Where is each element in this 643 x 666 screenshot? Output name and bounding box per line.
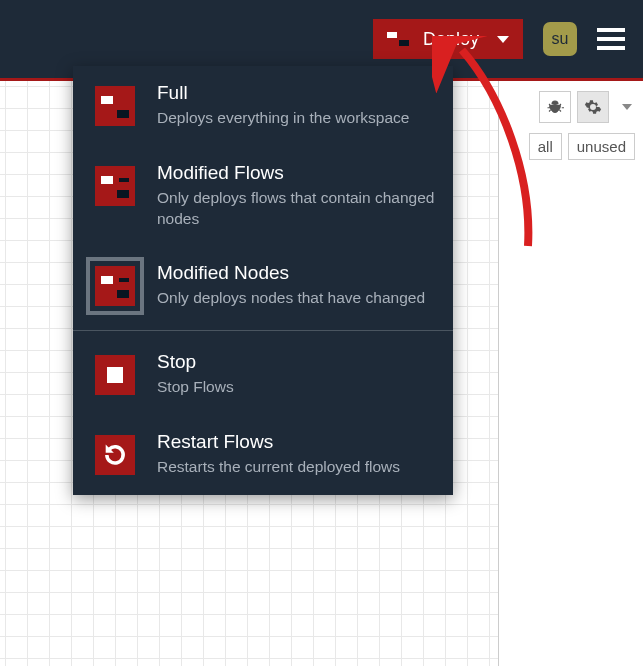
- filter-row: all unused: [507, 133, 635, 160]
- menu-icon[interactable]: [597, 28, 625, 50]
- menu-separator: [73, 330, 453, 331]
- menu-desc: Stop Flows: [157, 377, 435, 398]
- avatar-text: su: [552, 30, 569, 48]
- deploy-action-restart[interactable]: Restart Flows Restarts the current deplo…: [73, 415, 453, 495]
- panel-toolbar: [507, 91, 635, 123]
- deploy-icon: [387, 32, 409, 46]
- menu-title: Restart Flows: [157, 431, 435, 453]
- menu-title: Full: [157, 82, 435, 104]
- deploy-button[interactable]: Deploy: [373, 19, 523, 59]
- filter-all[interactable]: all: [529, 133, 562, 160]
- menu-title: Stop: [157, 351, 435, 373]
- full-deploy-icon: [95, 86, 135, 126]
- filter-unused[interactable]: unused: [568, 133, 635, 160]
- modified-nodes-icon: [95, 266, 135, 306]
- right-panel: all unused: [498, 81, 643, 666]
- modified-flows-icon: [95, 166, 135, 206]
- panel-chevron-down-icon[interactable]: [615, 91, 635, 123]
- deploy-option-modified-nodes[interactable]: Modified Nodes Only deploys nodes that h…: [73, 246, 453, 326]
- deploy-option-modified-flows[interactable]: Modified Flows Only deploys flows that c…: [73, 146, 453, 246]
- gear-icon[interactable]: [577, 91, 609, 123]
- menu-desc: Only deploys flows that contain changed …: [157, 188, 435, 230]
- menu-title: Modified Flows: [157, 162, 435, 184]
- menu-desc: Only deploys nodes that have changed: [157, 288, 435, 309]
- menu-desc: Restarts the current deployed flows: [157, 457, 435, 478]
- svg-point-0: [551, 104, 559, 113]
- deploy-option-full[interactable]: Full Deploys everything in the workspace: [73, 66, 453, 146]
- chevron-down-icon[interactable]: [497, 36, 509, 43]
- menu-title: Modified Nodes: [157, 262, 435, 284]
- menu-desc: Deploys everything in the workspace: [157, 108, 435, 129]
- debug-icon[interactable]: [539, 91, 571, 123]
- stop-icon: [95, 355, 135, 395]
- restart-icon: [95, 435, 135, 475]
- deploy-label: Deploy: [423, 29, 479, 50]
- deploy-action-stop[interactable]: Stop Stop Flows: [73, 335, 453, 415]
- deploy-dropdown: Full Deploys everything in the workspace…: [73, 66, 453, 495]
- avatar[interactable]: su: [543, 22, 577, 56]
